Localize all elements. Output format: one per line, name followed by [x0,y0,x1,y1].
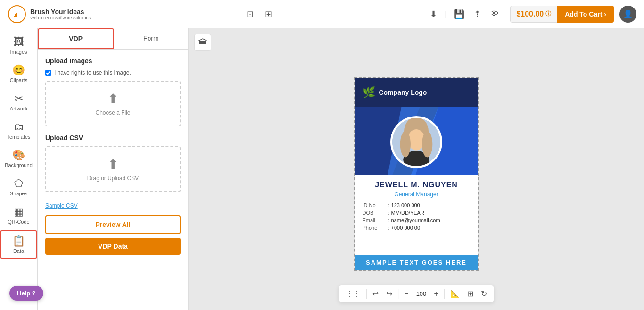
card-photo [392,118,440,166]
app-subtitle: Web-to-Print Software Solutions [30,16,91,20]
header: 🖌 Brush Your Ideas Web-to-Print Software… [0,0,644,28]
data-icon: 📋 [12,235,25,247]
sidebar-label-images: Images [10,49,27,55]
sidebar-label-qrcode: QR-Code [8,219,29,225]
templates-icon: 🗂 [14,121,24,133]
sidebar-label-cliparts: Cliparts [10,77,27,83]
shapes-icon: ⬠ [14,177,23,190]
app-title: Brush Your Ideas [30,8,91,16]
card-name: JEWELL M. NGUYEN [375,181,458,189]
redo-btn[interactable]: ↪ [384,288,394,299]
svg-rect-4 [199,43,206,44]
choose-file-label: Choose a File [95,109,130,116]
header-center-icons: ⊡ ⊞ [245,7,274,21]
zoom-minus-btn[interactable]: − [402,289,410,299]
card-top: 🌿 Company Logo [355,78,478,107]
detail-row-email: Email : name@yourmail.com [363,218,471,223]
price-button[interactable]: $100.00 ⓘ [510,6,557,23]
sidebar-label-artwork: Artwork [10,106,27,111]
detail-row-dob: DOB : MM/DD/YEAR [363,210,471,216]
undo-btn[interactable]: ↩ [371,288,380,299]
person-photo-svg [392,116,440,168]
card-footer: SAMPLE TEXT GOES HERE [355,255,478,270]
user-icon-btn[interactable]: 👤 [619,6,636,23]
preview-all-button[interactable]: Preview All [45,215,181,234]
price-value: $100.00 [516,10,544,18]
image-upload-box[interactable]: ⬆ Choose a File [45,81,181,126]
logo-icon: 🖌 [8,5,26,24]
sidebar-item-background[interactable]: 🎨 Background [0,145,37,172]
tab-form[interactable]: Form [114,28,189,49]
zoom-plus-btn[interactable]: + [432,289,440,299]
sidebar-item-data[interactable]: 📋 Data [0,230,37,259]
card-logo-icon: 🌿 [363,86,375,99]
preview-btn[interactable]: 👁 [488,7,501,21]
upload-images-title: Upload Images [45,57,181,65]
share-btn[interactable]: ⇡ [472,7,483,21]
layers-icon [198,38,207,47]
crop2-icon-btn[interactable]: ⊞ [263,7,274,21]
detail-value-id: 123 000 000 [391,202,420,208]
canvas-toolbar: ⋮⋮ ↩ ↪ − 100 + 📐 ⊞ ↻ [339,285,494,302]
detail-label-id: ID No [363,202,386,208]
add-to-cart-arrow: › [604,10,606,18]
grid2-btn[interactable]: ⊞ [465,288,475,299]
panel-tabs: VDP Form [38,28,188,50]
help-button[interactable]: Help ? [9,286,43,301]
svg-point-16 [422,131,432,157]
background-icon: 🎨 [12,149,25,161]
detail-row-phone: Phone : +000 000 00 [363,225,471,231]
separator-2 [398,289,398,299]
detail-value-phone: +000 000 00 [391,225,420,231]
qrcode-icon: ▦ [14,206,24,218]
svg-text:🖌: 🖌 [13,10,21,18]
csv-upload-box[interactable]: ⬆ Drag or Upload CSV [45,146,181,192]
cliparts-icon: 😊 [12,64,25,76]
rights-checkbox[interactable] [45,70,51,76]
add-to-cart-button[interactable]: Add To Cart › [557,6,614,23]
zoom-value: 100 [414,290,429,297]
sidebar-label-data: Data [13,248,24,254]
artwork-icon: ✂ [15,92,23,105]
ruler-btn[interactable]: 📐 [448,288,462,299]
grid-btn[interactable]: ⋮⋮ [344,288,363,299]
vdp-panel: VDP Form Upload Images I have rights to … [38,28,189,310]
sidebar-item-artwork[interactable]: ✂ Artwork [0,89,37,115]
sidebar-item-shapes[interactable]: ⬠ Shapes [0,174,37,200]
separator-3 [444,289,445,299]
crop-icon-btn[interactable]: ⊡ [245,7,256,21]
save-btn[interactable]: 💾 [452,7,466,21]
business-card-container: 🌿 Company Logo [354,77,479,271]
sidebar-item-images[interactable]: 🖼 Images [0,32,37,59]
card-logo-text: Company Logo [379,89,427,96]
drag-csv-label: Drag or Upload CSV [87,175,139,182]
add-to-cart-label: Add To Cart [565,10,602,18]
sidebar-label-shapes: Shapes [10,191,27,196]
sample-csv-link[interactable]: Sample CSV [45,202,78,209]
logo-area: 🖌 Brush Your Ideas Web-to-Print Software… [8,5,91,24]
rights-checkbox-row: I have rights to use this image. [45,69,181,76]
sidebar: 🖼 Images 😊 Cliparts ✂ Artwork 🗂 Template… [0,28,38,310]
upload-csv-icon: ⬆ [107,157,118,172]
vdp-data-button[interactable]: VDP Data [45,238,181,255]
refresh-btn[interactable]: ↻ [479,288,489,299]
tab-vdp[interactable]: VDP [38,28,114,49]
upload-csv-title: Upload CSV [45,134,181,142]
main-area: 🖼 Images 😊 Cliparts ✂ Artwork 🗂 Template… [0,28,644,310]
detail-label-email: Email [363,218,386,223]
sidebar-item-cliparts[interactable]: 😊 Cliparts [0,60,37,87]
svg-point-15 [400,131,411,157]
header-right: ⬇ | 💾 ⇡ 👁 $100.00 ⓘ Add To Cart › 👤 [428,6,636,23]
card-details: ID No : 123 000 000 DOB : MM/DD/YEAR Ema… [363,202,471,233]
price-info-icon: ⓘ [545,10,551,18]
detail-label-phone: Phone [363,225,386,231]
sidebar-label-templates: Templates [7,134,30,140]
sidebar-item-templates[interactable]: 🗂 Templates [0,117,37,143]
download-btn[interactable]: ⬇ [428,7,439,21]
layers-button[interactable] [194,34,211,51]
canvas-area: 🌿 Company Logo [189,28,644,310]
card-info: JEWELL M. NGUYEN General Manager ID No :… [355,175,478,255]
detail-value-email: name@yourmail.com [391,218,440,223]
sidebar-item-qrcode[interactable]: ▦ QR-Code [0,202,37,228]
card-photo-ring [390,116,442,168]
